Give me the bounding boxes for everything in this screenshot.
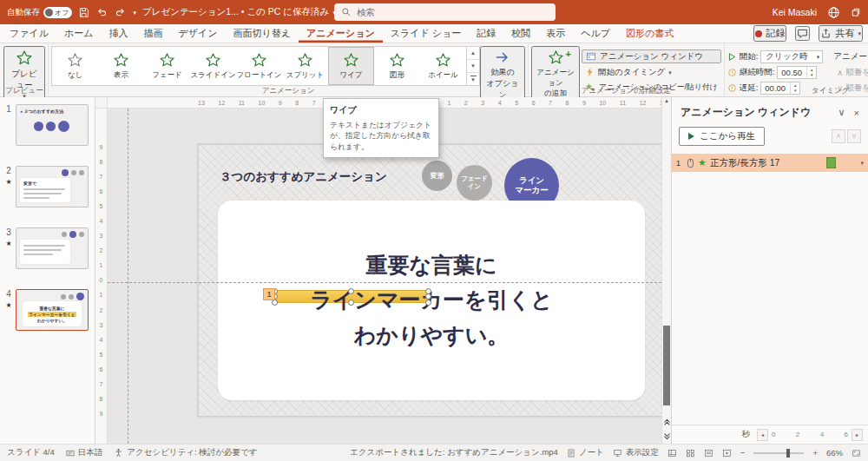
animation-effect[interactable]: 図形: [374, 47, 420, 85]
zoom-level[interactable]: 66%: [826, 448, 843, 458]
share-button[interactable]: 共有 ▾: [819, 25, 863, 42]
search-input[interactable]: [357, 7, 530, 17]
ribbon-tab[interactable]: 校閲: [503, 24, 538, 43]
move-earlier-button[interactable]: ∧ 順番を前にする: [833, 65, 868, 79]
slide-4-thumbnail[interactable]: 重要な言葉に ラインマーカーを引くと わかりやすい。: [16, 289, 89, 331]
gallery-more-icon[interactable]: ▼: [467, 72, 479, 85]
pane-move-up-icon[interactable]: ∧: [832, 129, 845, 143]
start-select[interactable]: クリック時 ▾: [760, 50, 823, 63]
normal-view-icon[interactable]: [667, 449, 677, 458]
ribbon-tab[interactable]: 図形の書式: [618, 24, 681, 43]
search-box[interactable]: [334, 3, 556, 21]
ribbon-tab[interactable]: ファイル: [2, 24, 56, 43]
body-line-2[interactable]: ラインマーカーを引くと: [310, 288, 553, 313]
rotate-handle-icon[interactable]: [369, 267, 378, 276]
slide-4-editing-surface[interactable]: ３つのおすすめアニメーション 変形 フェード イン ライン マーカー 重要な言葉…: [198, 144, 661, 417]
reading-view-icon[interactable]: [704, 449, 713, 458]
ribbon-tab[interactable]: ヘルプ: [573, 24, 618, 43]
slide-title-text[interactable]: ３つのおすすめアニメーション: [220, 169, 387, 185]
ribbon-tab[interactable]: 挿入: [102, 24, 136, 43]
slide-3-thumbnail[interactable]: [16, 227, 89, 269]
animation-effect[interactable]: フロートイン: [236, 47, 282, 85]
user-name[interactable]: Kei Masaki: [773, 7, 817, 17]
display-settings-button[interactable]: 表示設定: [613, 447, 659, 458]
trigger-button[interactable]: 開始のタイミング ▾: [582, 65, 721, 79]
next-slide-button[interactable]: [662, 430, 671, 442]
play-from-here-button[interactable]: ここから再生: [679, 127, 765, 146]
animation-effect[interactable]: フェード: [144, 47, 190, 85]
timing-group: 開始: クリック時 ▾ 継続時間: 00.50 ▴▾ 遅延:: [725, 43, 868, 97]
ribbon-tab[interactable]: ホーム: [56, 24, 102, 43]
spinner[interactable]: ▴▾: [806, 67, 816, 78]
record-button[interactable]: 記録: [753, 25, 786, 42]
gallery-down-icon[interactable]: ▼: [467, 59, 479, 72]
thumbnail-row-4[interactable]: 4 ★ 重要な言葉に ラインマーカーを引くと わかりやすい。: [2, 289, 93, 331]
zoom-in-icon[interactable]: +: [812, 448, 818, 458]
selection-handle[interactable]: [425, 300, 431, 306]
ribbon-tab[interactable]: デザイン: [171, 24, 226, 43]
ribbon-tab[interactable]: 記録: [469, 24, 503, 43]
scrollbar-thumb[interactable]: [663, 326, 670, 405]
autosave-switch[interactable]: オフ: [43, 7, 72, 18]
thumbnail-row-1[interactable]: 1 ● ３つのおすすめ方法: [2, 104, 93, 146]
selection-handle[interactable]: [272, 300, 278, 306]
undo-icon[interactable]: [96, 7, 108, 18]
duration-input[interactable]: 00.50 ▴▾: [777, 66, 817, 79]
pane-dropdown-icon[interactable]: ∨: [838, 107, 845, 118]
fit-to-window-icon[interactable]: [852, 449, 861, 458]
previous-slide-button[interactable]: [662, 416, 671, 428]
white-card-shape[interactable]: 重要な言葉に ラインマーカーを引くと わかりやすい。 1: [218, 201, 645, 400]
timeline-bar[interactable]: [826, 157, 836, 168]
selection-handle[interactable]: [425, 293, 431, 300]
slide-2-thumbnail[interactable]: 変形で: [16, 166, 89, 207]
slide-1-thumbnail[interactable]: ● ３つのおすすめ方法: [16, 104, 89, 146]
ribbon-tab[interactable]: 表示: [538, 24, 573, 43]
fade-in-circle-shape[interactable]: フェード イン: [457, 165, 492, 201]
animation-effect[interactable]: 表示: [98, 47, 144, 85]
scale-left-icon[interactable]: ◂: [757, 429, 768, 441]
animation-order-badge[interactable]: 1: [263, 288, 275, 300]
document-title[interactable]: プレゼンテーション1... • この PC に保存済み ▾: [142, 6, 336, 18]
selection-handle[interactable]: [348, 300, 354, 306]
save-icon[interactable]: [78, 7, 89, 18]
language-button[interactable]: 日本語: [66, 447, 103, 458]
scale-right-icon[interactable]: ▸: [852, 429, 863, 441]
zoom-out-icon[interactable]: −: [740, 448, 746, 458]
item-dropdown-icon[interactable]: ▾: [860, 160, 864, 167]
canvas-scrollbar[interactable]: ▲: [661, 97, 671, 444]
animation-effect[interactable]: スライドイン: [190, 47, 236, 85]
pane-close-icon[interactable]: ×: [854, 108, 859, 118]
selection-handle[interactable]: [348, 288, 354, 294]
slideshow-view-icon[interactable]: [722, 449, 732, 458]
ribbon-tab[interactable]: 描画: [136, 24, 171, 43]
thumbnail-row-3[interactable]: 3 ★: [2, 227, 93, 269]
notes-button[interactable]: ノート: [567, 447, 604, 458]
animation-effect[interactable]: スプリット: [282, 47, 328, 85]
zoom-slider[interactable]: [753, 452, 804, 454]
animation-effect[interactable]: ホイール: [420, 47, 466, 85]
ribbon-tab[interactable]: スライド ショー: [383, 24, 470, 43]
body-line-1[interactable]: 重要な言葉に: [365, 254, 496, 278]
scroll-up-icon[interactable]: ▲: [662, 98, 671, 103]
animation-effect[interactable]: ワイプ: [328, 47, 374, 85]
thumbnail-row-2[interactable]: 2 ★ 変形で: [2, 166, 93, 207]
body-line-3[interactable]: わかりやすい。: [354, 324, 510, 348]
morph-circle-shape[interactable]: 変形: [422, 161, 452, 191]
gallery-up-icon[interactable]: ▲: [467, 47, 479, 59]
zoom-knob[interactable]: [786, 449, 790, 458]
animation-list-item[interactable]: 1 ★ 正方形/長方形 17 ▾: [672, 154, 868, 172]
restore-window-icon[interactable]: [851, 7, 861, 17]
globe-icon[interactable]: [827, 6, 840, 19]
star-plus-icon: [548, 49, 564, 66]
qat-customize-icon[interactable]: ▾: [133, 10, 136, 16]
accessibility-button[interactable]: アクセシビリティ: 検討が必要です: [114, 447, 257, 458]
pane-move-down-icon[interactable]: ∨: [847, 129, 861, 143]
animation-effect[interactable]: なし: [52, 47, 98, 85]
redo-icon[interactable]: [115, 7, 126, 18]
animation-pane-toggle[interactable]: アニメーション ウィンドウ: [582, 49, 721, 63]
comments-button[interactable]: [795, 26, 810, 41]
autosave-toggle[interactable]: 自動保存 オフ: [7, 7, 72, 18]
ribbon-tab[interactable]: 画面切り替え: [226, 24, 299, 43]
slide-sorter-view-icon[interactable]: [686, 449, 695, 458]
ribbon-tab[interactable]: アニメーション: [299, 24, 383, 43]
